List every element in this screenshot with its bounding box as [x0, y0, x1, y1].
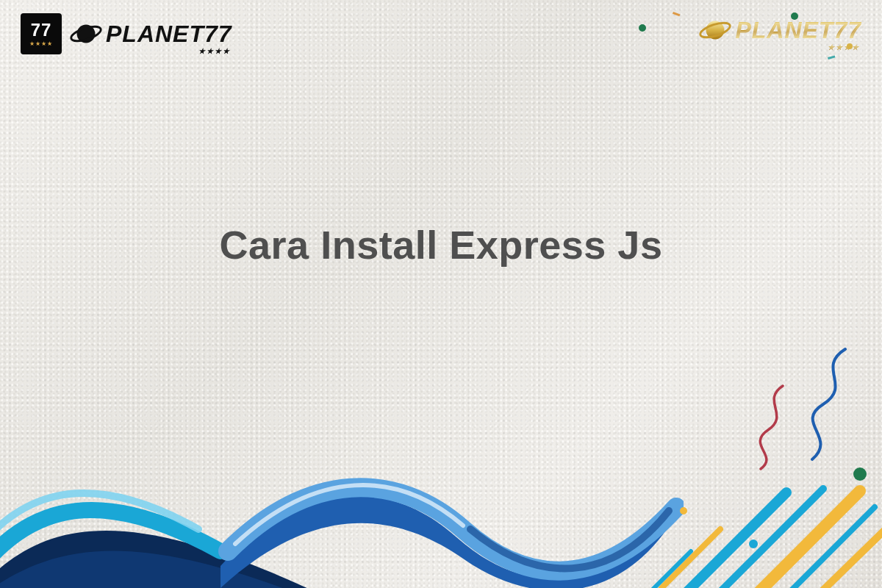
svg-point-18 — [680, 507, 687, 514]
svg-line-14 — [662, 529, 720, 588]
squiggle-red — [750, 382, 794, 470]
badge-77: 77 ★★★★ — [21, 13, 62, 54]
logo-text-left: PLANET77 ★★★★ — [106, 21, 232, 48]
title-wrap: Cara Install Express Js — [0, 220, 882, 270]
logo-text-right: PLANET77 ★★★★ — [735, 17, 861, 44]
logo-group-left: 77 ★★★★ PLANET77 ★★★★ — [21, 13, 232, 54]
logo-stars-right: ★★★★ — [828, 43, 860, 51]
logo-stars-left: ★★★★ — [198, 47, 231, 55]
planet77-logo-black: PLANET77 ★★★★ — [69, 17, 232, 51]
svg-point-17 — [749, 539, 758, 548]
planet77-logo-gold: PLANET77 ★★★★ — [698, 13, 861, 47]
badge-number: 77 — [31, 21, 52, 39]
squiggle-blue — [794, 345, 860, 463]
badge-stars: ★★★★ — [29, 40, 53, 47]
ribbon-wave — [213, 456, 684, 588]
svg-line-12 — [772, 507, 875, 588]
svg-point-16 — [853, 467, 867, 481]
planet-icon-gold — [698, 13, 732, 47]
logo-text-right-value: PLANET77 — [735, 17, 861, 43]
logo-text-left-value: PLANET77 — [106, 21, 232, 47]
planet-icon — [69, 17, 103, 51]
page-title: Cara Install Express Js — [118, 220, 764, 270]
